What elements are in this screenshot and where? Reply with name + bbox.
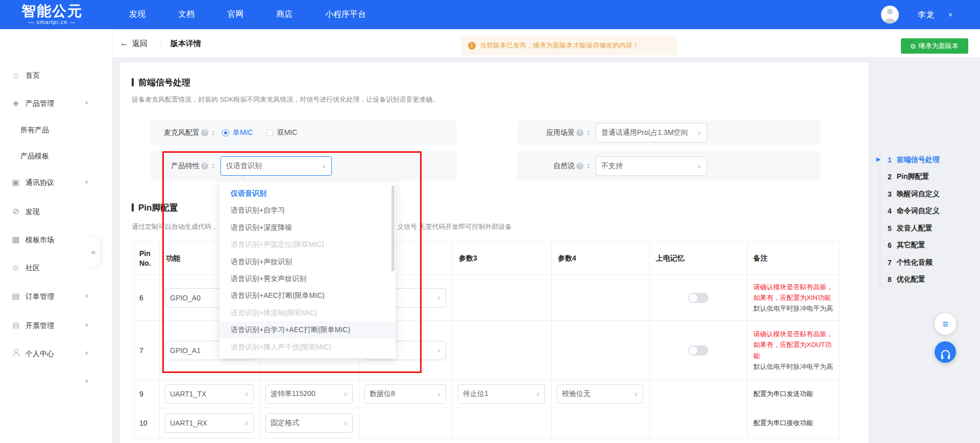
anchor-item-2[interactable]: 2Pin脚配置 [888, 172, 940, 182]
top-nav-item-0[interactable]: 发现 [129, 9, 145, 20]
section-desc-pin-left: 通过定制可以自动生成代码， [132, 222, 218, 231]
anchor-item-5[interactable]: 5发音人配置 [888, 223, 940, 234]
scene-select[interactable]: 普通话通用Pro(占1.3M空间 ∨ [596, 123, 707, 143]
anchor-label: 前端信号处理 [897, 155, 940, 165]
memory-toggle[interactable] [688, 345, 708, 356]
mic-radio-0[interactable]: 单MIC [222, 128, 253, 137]
dropdown-option-0[interactable]: 仅语音识别 [219, 185, 396, 202]
app-window: 智能公元 — smartpi.cn — 发现文档官网商店小程序平台 李龙 ∨ ⌂… [0, 0, 980, 443]
pin-row-10: 10UART1_RX∨固定格式∨配置为串口接收功能 [134, 408, 840, 438]
chevron-down-icon[interactable]: ∨ [948, 0, 952, 29]
sidebar-item-9[interactable]: ⊟开票管理∨ [0, 315, 112, 336]
sidebar-item-label: 个人中心 [26, 349, 54, 358]
dropdown-scrollbar[interactable] [391, 185, 395, 271]
sidebar-item-label: 所有产品 [20, 125, 49, 134]
sidebar-item-label: 首页 [26, 71, 40, 80]
scene-label: 应用场景 [546, 128, 575, 137]
dropdown-option-4[interactable]: 语音识别+声纹识别 [219, 253, 396, 270]
sidebar-collapse-button[interactable]: « [87, 237, 100, 266]
help-icon[interactable]: ? [576, 162, 583, 170]
top-nav-item-3[interactable]: 商店 [276, 9, 292, 20]
customer-support-button[interactable] [935, 341, 956, 363]
anchor-nav: ▶1前端信号处理2Pin脚配置3唤醒词自定义4命令词自定义5发音人配置6其它配置… [879, 154, 940, 291]
param4-cell [552, 275, 650, 321]
param1-select[interactable]: 波特率115200∨ [265, 384, 353, 404]
chevron-down-icon: ∨ [85, 350, 88, 356]
back-button[interactable]: ← 返回 [120, 30, 148, 57]
chevron-up-icon: ∧ [322, 163, 326, 170]
memory-cell [650, 380, 747, 408]
feature-label: 产品特性 [171, 161, 200, 171]
help-icon[interactable]: ? [201, 129, 208, 136]
sidebar-item-3[interactable]: 产品模板 [0, 146, 112, 166]
natural-speak-select[interactable]: 不支持 ∨ [596, 156, 707, 176]
feature-select-value: 仅语音识别 [226, 161, 320, 171]
func-select[interactable]: UART1_TX∨ [165, 384, 254, 404]
dropdown-option-5[interactable]: 语音识别+男女声纹识别 [219, 270, 396, 287]
top-nav-item-2[interactable]: 官网 [227, 9, 243, 20]
sidebar-item-5[interactable]: ⊘发现 [0, 201, 112, 222]
anchor-item-4[interactable]: 4命令词自定义 [888, 206, 940, 217]
memory-toggle[interactable] [688, 293, 708, 303]
anchor-label: 优化配置 [897, 275, 925, 284]
sidebar-item-8[interactable]: ▤订单管理∨ [0, 286, 112, 307]
user-name[interactable]: 李龙 [918, 0, 934, 29]
page-header: ← 返回 版本详情 ! 当前版本已发布，继承为新版本才能保存修改的内容！ ⧉ 继… [112, 30, 980, 57]
mic-radio-1[interactable]: 双MIC [266, 128, 298, 137]
divider [161, 39, 161, 48]
brand-logo[interactable]: 智能公元 — smartpi.cn — [21, 3, 83, 26]
chevron-down-icon: ∨ [85, 179, 88, 184]
top-navbar: 智能公元 — smartpi.cn — 发现文档官网商店小程序平台 李龙 ∨ [0, 0, 980, 29]
inherit-version-button[interactable]: ⧉ 继承为新版本 [901, 38, 968, 54]
func-select-value: UART1_TX [170, 390, 242, 398]
remark-note-text: 默认低电平时脉冲电平为高 [753, 303, 834, 314]
mic-config-label: 麦克风配置 [164, 128, 200, 137]
dropdown-option-6[interactable]: 语音识别+AEC打断(限单MIC) [219, 287, 396, 304]
anchor-number: 1 [888, 156, 892, 164]
pin-number: 6 [134, 275, 160, 321]
param2-select[interactable]: 数据位8∨ [364, 384, 446, 404]
anchor-item-1[interactable]: ▶1前端信号处理 [888, 154, 940, 165]
param1-cell: 波特率115200∨ [260, 380, 359, 408]
chevron-down-icon: ∨ [85, 293, 88, 298]
section-bar [132, 203, 134, 212]
param3-select[interactable]: 停止位1∨ [458, 384, 545, 404]
sidebar-item-4[interactable]: ▣通讯协议∨ [0, 172, 112, 193]
sidebar-item-label: 产品模板 [20, 151, 49, 160]
chevron-down-icon: ∨ [536, 391, 540, 398]
func-select[interactable]: UART1_RX∨ [165, 413, 254, 433]
param-select-value: 停止位1 [463, 389, 534, 399]
remark-warning-text: 请确认模块是否贴有晶振，如果有，应配置为XOUT功能 [753, 329, 834, 361]
layers-icon: ◈ [11, 99, 20, 108]
sidebar-item-label: 社区 [26, 263, 40, 272]
top-nav-item-1[interactable]: 文档 [178, 9, 194, 20]
column-header-4: 参数3 [453, 242, 552, 275]
radio-checked-icon [222, 129, 229, 136]
dropdown-option-1[interactable]: 语音识别+自学习 [219, 202, 396, 219]
anchor-item-6[interactable]: 6其它配置 [888, 240, 940, 251]
param4-select[interactable]: 校验位无∨ [557, 384, 643, 404]
anchor-item-3[interactable]: 3唤醒词自定义 [888, 189, 940, 199]
sidebar-item-2[interactable]: 所有产品 [0, 120, 112, 140]
help-icon[interactable]: ? [201, 162, 208, 170]
user-avatar[interactable] [881, 6, 899, 24]
natural-speak-select-value: 不支持 [601, 161, 695, 171]
anchor-item-7[interactable]: 7个性化音频 [888, 257, 940, 268]
dropdown-option-3: 语音识别+声源定位(限双MIC) [219, 236, 396, 253]
sidebar-item-label: 开票管理 [26, 321, 54, 330]
feature-dropdown-panel: 仅语音识别语音识别+自学习语音识别+深度降噪语音识别+声源定位(限双MIC)语音… [219, 182, 396, 358]
param1-select[interactable]: 固定格式∨ [265, 413, 353, 433]
feature-select[interactable]: 仅语音识别 ∧ [220, 156, 332, 176]
help-icon[interactable]: ? [576, 129, 583, 136]
dropdown-option-2[interactable]: 语音识别+深度降噪 [219, 219, 396, 236]
page-title: 版本详情 [170, 30, 201, 57]
anchor-list-button[interactable]: ≡ [935, 313, 956, 335]
dropdown-option-8[interactable]: 语音识别+自学习+AEC打断(限单MIC) [219, 321, 396, 338]
anchor-item-8[interactable]: 8优化配置 [888, 274, 940, 285]
sidebar-item-1[interactable]: ◈产品管理∧ [0, 93, 112, 113]
sidebar-item-0[interactable]: ⌂首页 [0, 65, 112, 85]
sidebar-item-10[interactable]: 个人中心∨ [0, 343, 112, 364]
top-nav-item-4[interactable]: 小程序平台 [325, 9, 366, 20]
param2-cell: 数据位8∨ [359, 380, 453, 408]
sidebar-item-collapsed[interactable]: ∨ [0, 371, 112, 392]
